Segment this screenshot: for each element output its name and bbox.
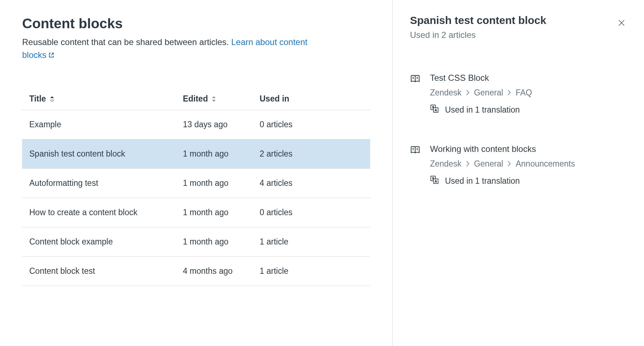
cell-title: Content block test [29, 266, 183, 276]
article-item[interactable]: Test CSS BlockZendeskGeneralFAQUsed in 1… [410, 73, 627, 115]
cell-edited: 1 month ago [183, 149, 260, 159]
breadcrumb-segment[interactable]: General [474, 88, 503, 98]
breadcrumb: ZendeskGeneralAnnouncements [430, 159, 627, 169]
cell-edited: 13 days ago [183, 120, 260, 129]
cell-title: Autoformatting test [29, 178, 183, 188]
page-subtitle: Reusable content that can be shared betw… [22, 36, 318, 62]
cell-title: How to create a content block [29, 208, 183, 217]
breadcrumb-segment[interactable]: General [474, 159, 503, 169]
page-title: Content blocks [22, 16, 392, 31]
breadcrumb-segment[interactable]: Zendesk [430, 159, 461, 169]
column-header-edited[interactable]: Edited [183, 94, 260, 104]
cell-used-in: 1 article [260, 237, 363, 247]
breadcrumb-segment[interactable]: Zendesk [430, 88, 461, 98]
panel-subtitle: Used in 2 articles [410, 30, 627, 40]
content-blocks-table: Title Edited Used in Example13 days ago0… [22, 88, 370, 286]
sort-icon [50, 96, 55, 102]
cell-edited: 1 month ago [183, 237, 260, 247]
breadcrumb-segment[interactable]: FAQ [515, 88, 532, 98]
chevron-right-icon [466, 159, 470, 169]
translation-icon [430, 175, 439, 187]
chevron-right-icon [507, 159, 511, 169]
translation-info: Used in 1 translation [430, 175, 627, 187]
table-row[interactable]: Autoformatting test1 month ago4 articles [22, 169, 370, 198]
column-header-title[interactable]: Title [29, 94, 183, 104]
column-header-used-in[interactable]: Used in [260, 94, 363, 104]
breadcrumb: ZendeskGeneralFAQ [430, 88, 627, 98]
articles-list: Test CSS BlockZendeskGeneralFAQUsed in 1… [410, 73, 627, 187]
table-row[interactable]: Content block test4 months ago1 article [22, 257, 370, 286]
cell-used-in: 0 articles [260, 208, 363, 217]
external-link-icon [48, 49, 55, 62]
close-icon [617, 19, 626, 27]
table-row[interactable]: How to create a content block1 month ago… [22, 198, 370, 227]
table-row[interactable]: Content block example1 month ago1 articl… [22, 227, 370, 257]
chevron-right-icon [507, 88, 511, 98]
table-header: Title Edited Used in [22, 88, 370, 110]
cell-title: Spanish test content block [29, 149, 183, 159]
cell-used-in: 2 articles [260, 149, 363, 159]
close-button[interactable] [616, 18, 627, 29]
article-item[interactable]: Working with content blocksZendeskGenera… [410, 144, 627, 187]
translation-info: Used in 1 translation [430, 104, 627, 115]
cell-title: Example [29, 120, 183, 129]
cell-used-in: 0 articles [260, 120, 363, 129]
panel-title: Spanish test content block [410, 14, 627, 26]
breadcrumb-segment[interactable]: Announcements [515, 159, 575, 169]
book-icon [410, 74, 421, 115]
cell-title: Content block example [29, 237, 183, 247]
cell-used-in: 1 article [260, 266, 363, 276]
translation-icon [430, 104, 439, 115]
cell-edited: 1 month ago [183, 178, 260, 188]
table-row[interactable]: Spanish test content block1 month ago2 a… [22, 139, 370, 169]
cell-edited: 1 month ago [183, 208, 260, 217]
cell-edited: 4 months ago [183, 266, 260, 276]
article-title: Test CSS Block [430, 73, 627, 83]
main-content: Content blocks Reusable content that can… [0, 0, 393, 346]
article-title: Working with content blocks [430, 144, 627, 154]
chevron-right-icon [466, 88, 470, 98]
book-icon [410, 145, 421, 187]
details-panel: Spanish test content block Used in 2 art… [393, 0, 644, 346]
table-row[interactable]: Example13 days ago0 articles [22, 110, 370, 139]
sort-icon [211, 96, 216, 102]
cell-used-in: 4 articles [260, 178, 363, 188]
